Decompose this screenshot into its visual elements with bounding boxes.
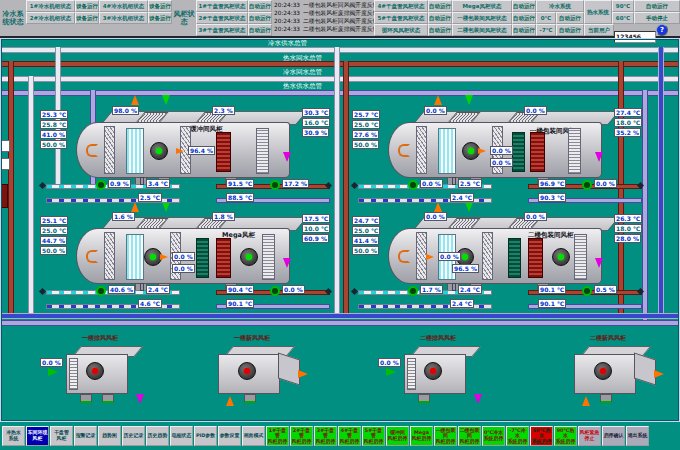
value-box: 25.0 ℃ (352, 226, 380, 235)
toolbar-button-start-stop[interactable]: 90℃热水 系统启停 (554, 426, 577, 446)
chiller-status-cell[interactable]: 1#冷水机组状态 (26, 0, 75, 12)
precool-coil-icon (508, 238, 521, 278)
fan-status-cell[interactable]: 1#干盘管风柜状态 (196, 0, 248, 12)
exhaust-arrow-icon (283, 258, 291, 268)
toolbar-button[interactable]: 画面模式 (242, 426, 265, 446)
alarm-row: 20:24:33一楼包装风柜废排阀开度反馈故障 (274, 9, 372, 17)
valve-icon[interactable] (270, 286, 280, 296)
toolbar-button[interactable]: 报警记录 (74, 426, 97, 446)
toolbar-button-start-stop[interactable]: 1#干盘管 风柜启停 (266, 426, 289, 446)
fan-status-cell[interactable]: 5#干盘管风柜状态 (374, 12, 428, 24)
toolbar-button-confirm[interactable]: 启停确认 (602, 426, 625, 446)
pipe-label: 热水供水总管 (283, 82, 322, 90)
toolbar-button[interactable]: 参数设置 (218, 426, 241, 446)
hot-mode[interactable]: 手动停止 (634, 12, 680, 24)
fan-status-cell[interactable]: 二楼包装间风柜状态 (452, 24, 512, 36)
fan-status-value[interactable]: 自动运行 (248, 0, 272, 12)
chiller-status-cell[interactable]: 4#冷水机组状态 (99, 0, 148, 12)
fan-status-cell[interactable]: 3#干盘管风柜状态 (196, 24, 248, 36)
alarm-list[interactable]: 20:24:33一楼包装风柜回风阀开度反馈故障 20:24:33一楼包装风柜废排… (272, 0, 374, 36)
toolbar-button-start-stop[interactable]: 0℃冷水 系统启停 (482, 426, 505, 446)
toolbar-button-start-stop[interactable]: 5#干盘管 风柜启停 (362, 426, 385, 446)
fan-status-value[interactable]: 自动运行 (512, 12, 536, 24)
fan-status-value[interactable]: 自动运行 (512, 0, 536, 12)
exhaust-fan-icon[interactable] (424, 362, 442, 380)
fan-status-value[interactable]: 自动运行 (512, 24, 536, 36)
flow-down-arrow-icon (465, 95, 473, 105)
fan-status-cell[interactable]: 2#干盘管风柜状态 (196, 12, 248, 24)
toolbar-button[interactable]: 趋势图 (98, 426, 121, 446)
fan-status-cell[interactable]: 4#干盘管风柜状态 (374, 0, 428, 12)
alarm-row: 20:24:33二楼包装风柜回风阀开度反馈故障 (274, 17, 372, 25)
valve-icon[interactable] (408, 286, 418, 296)
hot-system-title: 热水系统 (584, 0, 612, 24)
supply-fan-icon[interactable] (240, 248, 258, 266)
toolbar-button-start-stop[interactable]: -7℃冷水 系统启停 (506, 426, 529, 446)
fan-icon[interactable] (238, 362, 256, 380)
damper-value: 0.0 % (524, 212, 547, 221)
chiller-status-value[interactable]: 设备运行 (75, 0, 99, 12)
toolbar-button[interactable]: PID参数 (194, 426, 217, 446)
cold-mode[interactable]: 自动运行 (556, 24, 584, 36)
hot-return-main-pipe (0, 61, 680, 67)
chiller-status-value[interactable]: 设备运行 (75, 12, 99, 24)
fan-icon[interactable] (594, 362, 612, 380)
fan-status-value[interactable]: 自动运行 (248, 12, 272, 24)
chiller-status-value[interactable]: 设备运行 (148, 0, 172, 12)
hot-supply-lower-main (0, 320, 680, 326)
unit-title: 二楼新风风柜 (548, 334, 668, 342)
chiller-status-cell[interactable]: 2#冷水机组状态 (26, 12, 75, 24)
toolbar-button-start-stop[interactable]: 一楼包装间 风柜启停 (434, 426, 457, 446)
fan-status-cell[interactable]: 循环风风柜状态 (374, 24, 428, 36)
valve-value: 0.9 % (108, 179, 131, 188)
toolbar-button-emergency-stop[interactable]: 风柜紧急 停止 (578, 426, 601, 446)
damper-value: 0.0 % (524, 106, 547, 115)
value-box: 25.0 ℃ (40, 226, 68, 235)
toolbar-button-start-stop[interactable]: 60℃热水 系统启停 (530, 426, 553, 446)
value-box: 25.0 ℃ (352, 120, 380, 129)
user-input[interactable] (614, 31, 656, 43)
toolbar-button-start-stop[interactable]: Mega 风柜启停 (410, 426, 433, 446)
toolbar-button-start-stop[interactable]: 4#干盘管 风柜启停 (338, 426, 361, 446)
toolbar-button[interactable]: 干盘管 风柜 (50, 426, 73, 446)
value-box: 50.0 % (40, 246, 67, 255)
toolbar-button[interactable]: 冷热水 系统 (2, 426, 25, 446)
toolbar-button-start-stop[interactable]: 二楼包装间 风柜启停 (458, 426, 481, 446)
toolbar-button[interactable]: 历史趋势 (146, 426, 169, 446)
toolbar-button-start-stop[interactable]: 2#干盘管 风柜启停 (290, 426, 313, 446)
hot-mode[interactable]: 自动运行 (634, 0, 680, 12)
toolbar-button-exit[interactable]: 退出系统 (626, 426, 649, 446)
chiller-status-value[interactable]: 设备运行 (148, 12, 172, 24)
help-icon[interactable]: ? (656, 24, 668, 36)
damper-value: 0.0 % (40, 358, 63, 367)
fan-status-value[interactable]: 自动运行 (428, 24, 452, 36)
cold-mode[interactable]: 自动运行 (556, 12, 584, 24)
fan-status-cell[interactable]: Mega风柜状态 (452, 0, 512, 12)
supply-fan-icon[interactable] (150, 142, 168, 160)
fan-status-value[interactable]: 自动运行 (248, 24, 272, 36)
fan-status-value[interactable]: 自动运行 (428, 0, 452, 12)
valve-icon[interactable] (270, 180, 280, 190)
toolbar-button-start-stop[interactable]: 缓冲间 风柜启停 (386, 426, 409, 446)
temp-value: 90.4 ℃ (226, 285, 254, 294)
valve-icon[interactable] (96, 180, 106, 190)
exhaust-fan-icon[interactable] (86, 362, 104, 380)
chiller-status-cell[interactable]: 3#冷水机组状态 (99, 12, 148, 24)
riser-pipe (658, 47, 664, 313)
valve-icon[interactable] (582, 286, 592, 296)
value-box: 50.0 % (352, 140, 379, 149)
supply-fan-icon[interactable] (552, 248, 570, 266)
fan-status-cell[interactable]: 一楼包装间风柜状态 (452, 12, 512, 24)
toolbar-button[interactable]: 历史记录 (122, 426, 145, 446)
valve-icon[interactable] (408, 180, 418, 190)
valve-icon[interactable] (582, 180, 592, 190)
exhaust-fan-unit: 一楼排风风柜 0.0 % (40, 334, 160, 408)
exhaust-arrow-icon (283, 152, 291, 162)
valve-icon[interactable] (96, 286, 106, 296)
bottom-toolbar: 冷热水 系统 车间环境 风柜 干盘管 风柜 报警记录 趋势图 历史记录 历史趋势… (0, 422, 680, 450)
alarm-text: 二楼包装风柜回风阀开度反馈故障 (303, 17, 374, 25)
toolbar-button-start-stop[interactable]: 3#干盘管 风柜启停 (314, 426, 337, 446)
fan-status-value[interactable]: 自动运行 (428, 12, 452, 24)
toolbar-button[interactable]: 电能状态 (170, 426, 193, 446)
toolbar-button-selected[interactable]: 车间环境 风柜 (26, 426, 49, 446)
